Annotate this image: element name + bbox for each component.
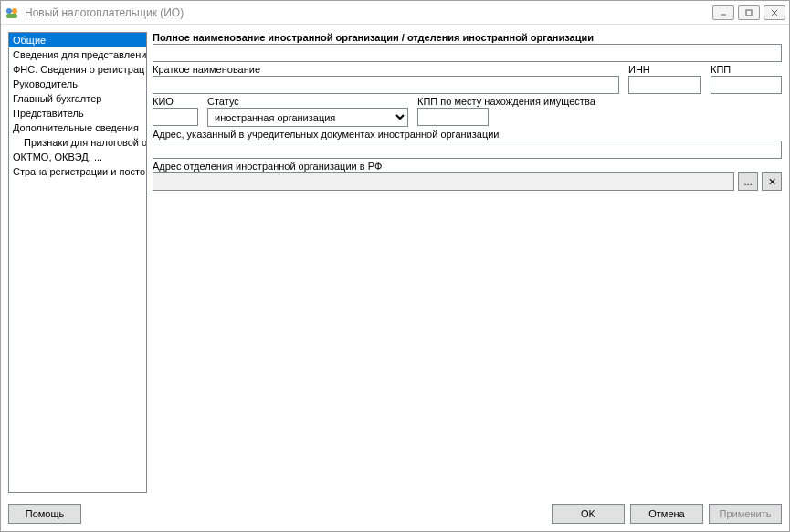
window-title: Новый налогоплательщик (ИО) — [25, 6, 712, 19]
address-docs-label: Адрес, указанный в учредительных докумен… — [153, 129, 782, 140]
inn-input[interactable] — [628, 76, 701, 94]
minimize-button[interactable] — [712, 5, 734, 20]
sidebar-item-submission[interactable]: Сведения для представлени — [9, 47, 146, 62]
titlebar: Новый налогоплательщик (ИО) — [1, 1, 789, 25]
short-name-label: Краткое наименование — [153, 64, 619, 75]
kio-input[interactable] — [153, 108, 198, 126]
address-rf-input[interactable] — [153, 172, 734, 191]
kpp-property-input[interactable] — [417, 108, 489, 126]
short-name-input[interactable] — [153, 76, 619, 94]
footer: Помощь OK Отмена Применить — [1, 500, 789, 531]
kpp-label: КПП — [711, 64, 782, 75]
sidebar-item-representative[interactable]: Представитель — [9, 106, 146, 120]
dialog-window: Новый налогоплательщик (ИО) Общие Сведен… — [0, 0, 790, 532]
ok-button[interactable]: OK — [552, 504, 625, 524]
form-panel: Полное наименование иностранной организа… — [153, 32, 782, 493]
kpp-input[interactable] — [711, 76, 782, 94]
svg-point-0 — [6, 8, 12, 14]
svg-rect-4 — [746, 10, 752, 16]
status-select[interactable]: иностранная организация — [207, 108, 408, 127]
sidebar-item-country[interactable]: Страна регистрации и посто — [9, 164, 146, 179]
address-clear-button[interactable]: ✕ — [762, 172, 782, 191]
cancel-button[interactable]: Отмена — [630, 504, 703, 524]
sidebar-item-tax-flags[interactable]: Признаки для налоговой о — [9, 135, 146, 150]
status-label: Статус — [207, 96, 408, 107]
sidebar-item-accountant[interactable]: Главный бухгалтер — [9, 91, 146, 106]
app-icon — [5, 5, 19, 20]
inn-label: ИНН — [628, 64, 701, 75]
kpp-property-label: КПП по месту нахождения имущества — [417, 96, 600, 107]
sidebar-item-director[interactable]: Руководитель — [9, 77, 146, 91]
address-rf-label: Адрес отделения иностранной организации … — [153, 161, 782, 172]
maximize-button[interactable] — [738, 5, 760, 20]
sidebar-item-additional[interactable]: Дополнительные сведения — [9, 120, 146, 135]
close-icon: ✕ — [768, 176, 776, 188]
address-browse-button[interactable]: ... — [738, 172, 758, 191]
content-area: Общие Сведения для представлени ФНС. Све… — [1, 25, 789, 500]
apply-button[interactable]: Применить — [709, 504, 782, 524]
address-docs-input[interactable] — [153, 141, 782, 159]
svg-point-1 — [12, 8, 17, 14]
kio-label: КИО — [153, 96, 198, 107]
window-buttons — [712, 5, 785, 20]
sidebar: Общие Сведения для представлени ФНС. Све… — [8, 32, 147, 493]
close-button[interactable] — [764, 5, 785, 20]
sidebar-item-general[interactable]: Общие — [9, 33, 146, 47]
full-name-label: Полное наименование иностранной организа… — [153, 32, 782, 43]
svg-rect-2 — [6, 14, 17, 18]
help-button[interactable]: Помощь — [8, 504, 81, 524]
full-name-input[interactable] — [153, 44, 782, 62]
sidebar-item-fns[interactable]: ФНС. Сведения о регистрац — [9, 62, 146, 77]
sidebar-item-oktmo[interactable]: ОКТМО, ОКВЭД, ... — [9, 150, 146, 164]
